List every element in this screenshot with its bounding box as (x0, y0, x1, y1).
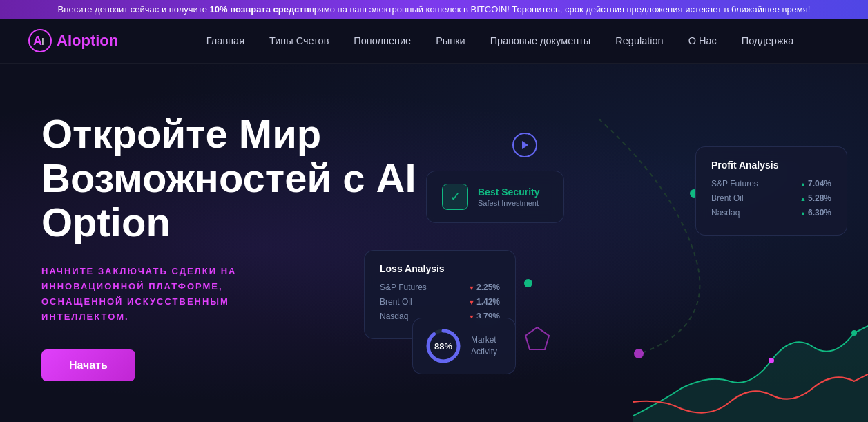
card-security: ✓ Best Security Safest Investment (426, 171, 564, 223)
card-security-text: Best Security Safest Investment (478, 186, 539, 207)
profit-row-2: Nasdaq 6.30% (711, 208, 831, 218)
profit-value-1: 5.28% (800, 193, 831, 203)
profit-label-1: Brent Oil (711, 193, 744, 203)
security-icon: ✓ (442, 184, 468, 210)
security-title: Best Security (478, 186, 539, 198)
logo-label: AIoption (57, 32, 118, 50)
hero-subtitle: НАЧНИТЕ ЗАКЛЮЧАТЬ СДЕЛКИ НА ИННОВАЦИОННО… (41, 264, 304, 325)
banner-text-end: прямо на ваш электронный кошелек в BITCO… (309, 4, 811, 15)
banner-text-start: Внесите депозит сейчас и получите (58, 4, 210, 15)
top-banner: Внесите депозит сейчас и получите 10% во… (0, 0, 868, 19)
loss-value-0: 2.25% (469, 282, 500, 292)
svg-point-9 (769, 358, 774, 363)
profit-value-0: 7.04% (800, 179, 831, 189)
logo[interactable]: A I AIoption (28, 28, 118, 53)
market-circle: 88% (425, 328, 461, 364)
nav-legal[interactable]: Правовые документы (490, 35, 591, 46)
nav-regulation[interactable]: Regulation (615, 35, 663, 46)
profit-label-0: S&P Futures (711, 179, 758, 189)
cta-button[interactable]: Начать (41, 349, 135, 381)
market-percentage: 88% (434, 341, 452, 352)
chart-area (633, 291, 868, 422)
banner-highlight: 10% возврата средств (210, 4, 309, 15)
profit-row-0: S&P Futures 7.04% (711, 179, 831, 189)
security-subtitle: Safest Investment (478, 199, 539, 207)
nav-support[interactable]: Поддержка (742, 35, 794, 46)
hero-left: Откройте Мир Возможностей с AI Option НА… (41, 112, 428, 381)
hero-title: Откройте Мир Возможностей с AI Option (41, 112, 428, 244)
navbar: A I AIoption Главная Типы Счетов Пополне… (0, 19, 868, 64)
loss-value-1: 1.42% (469, 297, 500, 307)
nav-deposit[interactable]: Пополнение (354, 35, 411, 46)
profit-value-2: 6.30% (800, 208, 831, 218)
profit-label-2: Nasdaq (711, 208, 740, 218)
nav-links: Главная Типы Счетов Пополнение Рынки Пра… (160, 35, 840, 47)
svg-point-4 (524, 279, 532, 287)
svg-text:I: I (41, 36, 44, 47)
nav-about[interactable]: О Нас (688, 35, 717, 46)
chart-svg (633, 291, 868, 422)
nav-home[interactable]: Главная (206, 35, 244, 46)
nav-markets[interactable]: Рынки (436, 35, 465, 46)
card-profit: Profit Analysis S&P Futures 7.04% Brent … (695, 146, 847, 236)
pentagon-decoration (523, 325, 552, 354)
svg-point-10 (851, 330, 857, 336)
svg-marker-6 (522, 141, 528, 149)
profit-row-1: Brent Oil 5.28% (711, 193, 831, 203)
logo-icon: A I (28, 28, 52, 53)
market-label: MarketActivity (471, 334, 497, 358)
nav-account-types[interactable]: Типы Счетов (269, 35, 329, 46)
hero-section: Откройте Мир Возможностей с AI Option НА… (0, 64, 868, 422)
play-button[interactable] (512, 133, 537, 157)
profit-title: Profit Analysis (711, 160, 831, 171)
